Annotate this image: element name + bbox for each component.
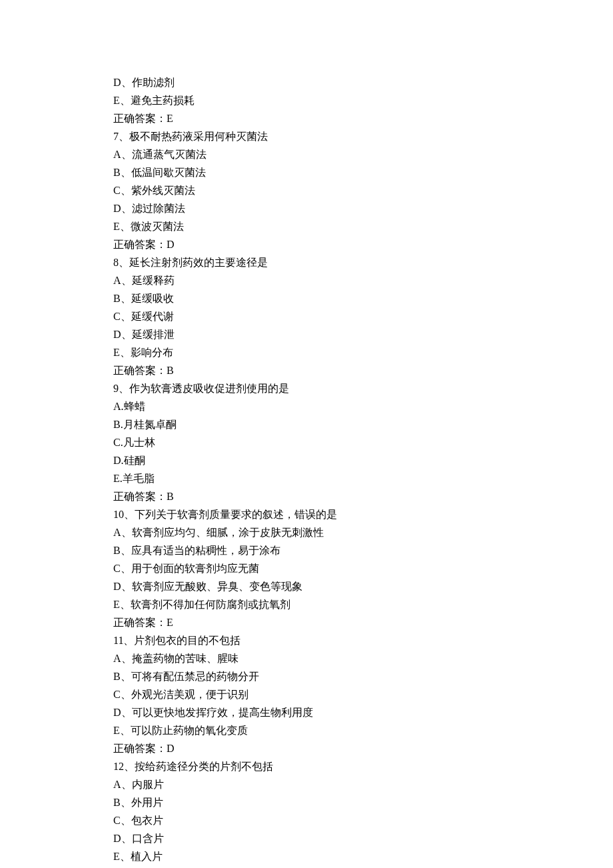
text-line: E、避免主药损耗 bbox=[113, 91, 613, 109]
text-line: C、紫外线灭菌法 bbox=[113, 181, 613, 199]
text-line: C、外观光洁美观，便于识别 bbox=[113, 685, 613, 703]
text-line: E、微波灭菌法 bbox=[113, 217, 613, 235]
text-line: D、可以更快地发挥疗效，提高生物利用度 bbox=[113, 703, 613, 721]
text-line: D、滤过除菌法 bbox=[113, 199, 613, 217]
text-line: 10、下列关于软膏剂质量要求的叙述，错误的是 bbox=[113, 505, 613, 523]
text-line: 12、按给药途径分类的片剂不包括 bbox=[113, 757, 613, 775]
text-line: B、延缓吸收 bbox=[113, 289, 613, 307]
text-line: A、内服片 bbox=[113, 775, 613, 793]
text-line: D、延缓排泄 bbox=[113, 325, 613, 343]
text-line: C、用于创面的软膏剂均应无菌 bbox=[113, 559, 613, 577]
text-line: D.硅酮 bbox=[113, 451, 613, 469]
text-line: A、软膏剂应均匀、细腻，涂于皮肤无刺激性 bbox=[113, 523, 613, 541]
text-line: A.蜂蜡 bbox=[113, 397, 613, 415]
text-line: E、影响分布 bbox=[113, 343, 613, 361]
text-line: 正确答案：E bbox=[113, 613, 613, 631]
text-line: E、植入片 bbox=[113, 847, 613, 865]
text-line: 8、延长注射剂药效的主要途径是 bbox=[113, 253, 613, 271]
text-line: D、作助滤剂 bbox=[113, 73, 613, 91]
text-line: 9、作为软膏透皮吸收促进剂使用的是 bbox=[113, 379, 613, 397]
text-line: 正确答案：D bbox=[113, 739, 613, 757]
text-line: B.月桂氮卓酮 bbox=[113, 415, 613, 433]
text-line: E、软膏剂不得加任何防腐剂或抗氧剂 bbox=[113, 595, 613, 613]
text-line: D、软膏剂应无酸败、异臭、变色等现象 bbox=[113, 577, 613, 595]
text-line: B、应具有适当的粘稠性，易于涂布 bbox=[113, 541, 613, 559]
text-line: E、可以防止药物的氧化变质 bbox=[113, 721, 613, 739]
document-page: D、作助滤剂 E、避免主药损耗 正确答案：E 7、极不耐热药液采用何种灭菌法 A… bbox=[0, 0, 613, 868]
text-line: B、低温间歇灭菌法 bbox=[113, 163, 613, 181]
text-line: B、可将有配伍禁忌的药物分开 bbox=[113, 667, 613, 685]
text-line: C.凡士林 bbox=[113, 433, 613, 451]
text-line: A、延缓释药 bbox=[113, 271, 613, 289]
text-line: B、外用片 bbox=[113, 793, 613, 811]
text-line: 正确答案：D bbox=[113, 235, 613, 253]
text-line: A、掩盖药物的苦味、腥味 bbox=[113, 649, 613, 667]
text-line: C、延缓代谢 bbox=[113, 307, 613, 325]
text-line: C、包衣片 bbox=[113, 811, 613, 829]
text-line: 正确答案：B bbox=[113, 361, 613, 379]
text-line: A、流通蒸气灭菌法 bbox=[113, 145, 613, 163]
text-line: 11、片剂包衣的目的不包括 bbox=[113, 631, 613, 649]
text-line: 正确答案：B bbox=[113, 487, 613, 505]
text-line: 正确答案：E bbox=[113, 109, 613, 127]
text-line: E.羊毛脂 bbox=[113, 469, 613, 487]
text-line: 7、极不耐热药液采用何种灭菌法 bbox=[113, 127, 613, 145]
text-line: D、口含片 bbox=[113, 829, 613, 847]
